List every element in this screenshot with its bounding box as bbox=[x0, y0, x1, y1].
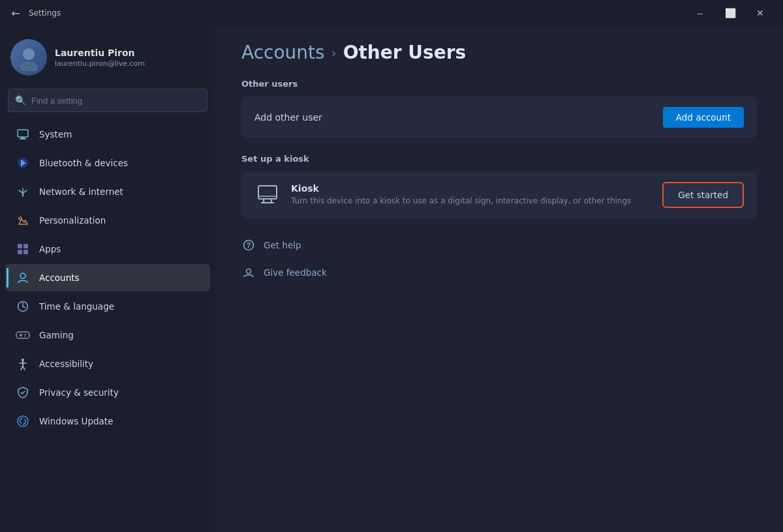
app-body: Laurentiu Piron laurentiu.piron@live.com… bbox=[0, 26, 783, 532]
time-icon bbox=[16, 299, 30, 314]
gaming-icon bbox=[16, 328, 30, 342]
search-input[interactable] bbox=[31, 96, 200, 106]
avatar bbox=[10, 39, 47, 76]
svg-point-20 bbox=[25, 334, 26, 335]
sidebar-item-apps-label: Apps bbox=[39, 244, 61, 254]
help-links: ? Get help Give feedback bbox=[241, 234, 757, 284]
svg-point-21 bbox=[24, 336, 25, 337]
user-info: Laurentiu Piron laurentiu.piron@live.com bbox=[55, 48, 145, 68]
svg-point-0 bbox=[23, 48, 35, 60]
search-container: 🔍 bbox=[0, 86, 215, 120]
breadcrumb-parent[interactable]: Accounts bbox=[241, 42, 325, 63]
breadcrumb-separator: › bbox=[331, 45, 337, 61]
sidebar-item-system[interactable]: System bbox=[5, 121, 210, 148]
svg-text:?: ? bbox=[247, 241, 251, 249]
kiosk-description: Turn this device into a kiosk to use as … bbox=[291, 196, 652, 207]
window-controls: – ⬜ ✕ bbox=[685, 3, 775, 23]
sidebar-item-accessibility[interactable]: Accessibility bbox=[5, 350, 210, 377]
add-user-row: Add other user Add account bbox=[254, 107, 744, 128]
close-button[interactable]: ✕ bbox=[745, 3, 775, 23]
accessibility-icon bbox=[16, 357, 30, 371]
get-started-button[interactable]: Get started bbox=[662, 182, 744, 208]
give-feedback-label: Give feedback bbox=[264, 267, 327, 278]
sidebar-item-system-label: System bbox=[39, 129, 72, 140]
maximize-button[interactable]: ⬜ bbox=[715, 3, 745, 23]
sidebar-item-update-label: Windows Update bbox=[39, 416, 113, 426]
bluetooth-icon bbox=[16, 156, 30, 170]
sidebar-item-gaming[interactable]: Gaming bbox=[5, 321, 210, 349]
breadcrumb-current: Other Users bbox=[343, 42, 467, 63]
sidebar-item-privacy-label: Privacy & security bbox=[39, 387, 119, 398]
personalization-icon bbox=[16, 213, 30, 228]
sidebar-item-accounts[interactable]: Accounts bbox=[5, 264, 210, 291]
titlebar: ← Settings – ⬜ ✕ bbox=[0, 0, 783, 26]
give-feedback-icon bbox=[241, 265, 256, 280]
sidebar-item-personalization[interactable]: Personalization bbox=[5, 207, 210, 234]
user-name: Laurentiu Piron bbox=[55, 48, 145, 58]
sidebar-item-accounts-label: Accounts bbox=[39, 273, 80, 283]
accounts-icon bbox=[16, 271, 30, 285]
svg-point-13 bbox=[20, 273, 25, 278]
sidebar-item-time[interactable]: Time & language bbox=[5, 293, 210, 320]
sidebar-item-bluetooth-label: Bluetooth & devices bbox=[39, 158, 128, 168]
add-user-card: Add other user Add account bbox=[241, 96, 757, 138]
sidebar-item-bluetooth[interactable]: Bluetooth & devices bbox=[5, 149, 210, 177]
back-icon[interactable]: ← bbox=[8, 5, 23, 21]
system-icon bbox=[16, 127, 30, 141]
svg-point-7 bbox=[22, 195, 24, 197]
apps-icon bbox=[16, 242, 30, 256]
add-account-button[interactable]: Add account bbox=[663, 107, 744, 128]
svg-rect-12 bbox=[23, 250, 28, 254]
sidebar-item-personalization-label: Personalization bbox=[39, 215, 106, 226]
network-icon bbox=[16, 185, 30, 199]
get-help-link[interactable]: ? Get help bbox=[241, 234, 757, 256]
other-users-section-title: Other users bbox=[241, 79, 757, 89]
minimize-button[interactable]: – bbox=[685, 3, 715, 23]
svg-line-26 bbox=[23, 366, 25, 370]
update-icon bbox=[16, 414, 30, 428]
user-email: laurentiu.piron@live.com bbox=[55, 59, 145, 68]
svg-line-25 bbox=[21, 366, 23, 370]
svg-line-16 bbox=[23, 306, 25, 308]
sidebar-item-network[interactable]: Network & internet bbox=[5, 178, 210, 205]
kiosk-card: Kiosk Turn this device into a kiosk to u… bbox=[241, 171, 757, 218]
svg-rect-2 bbox=[18, 130, 28, 137]
search-box: 🔍 bbox=[8, 89, 207, 112]
svg-rect-17 bbox=[16, 332, 29, 338]
svg-point-1 bbox=[20, 61, 38, 71]
kiosk-icon bbox=[254, 182, 281, 208]
sidebar-item-privacy[interactable]: Privacy & security bbox=[5, 379, 210, 406]
add-user-label: Add other user bbox=[254, 112, 322, 123]
sidebar-item-apps[interactable]: Apps bbox=[5, 235, 210, 263]
kiosk-info: Kiosk Turn this device into a kiosk to u… bbox=[291, 183, 652, 207]
sidebar: Laurentiu Piron laurentiu.piron@live.com… bbox=[0, 26, 215, 532]
search-icon: 🔍 bbox=[15, 95, 26, 106]
svg-rect-10 bbox=[23, 244, 28, 248]
svg-rect-9 bbox=[18, 244, 22, 248]
sidebar-item-network-label: Network & internet bbox=[39, 186, 123, 197]
svg-point-35 bbox=[247, 269, 251, 274]
sidebar-item-accessibility-label: Accessibility bbox=[39, 359, 93, 369]
svg-rect-28 bbox=[258, 186, 277, 199]
svg-rect-11 bbox=[18, 250, 22, 254]
sidebar-item-update[interactable]: Windows Update bbox=[5, 407, 210, 435]
svg-point-8 bbox=[19, 217, 22, 220]
window-title: Settings bbox=[29, 8, 61, 18]
get-help-label: Get help bbox=[264, 240, 301, 250]
settings-window: ← Settings – ⬜ ✕ Laurentiu Piron bbox=[0, 0, 783, 532]
svg-point-27 bbox=[18, 416, 28, 426]
sidebar-item-gaming-label: Gaming bbox=[39, 330, 74, 340]
user-profile[interactable]: Laurentiu Piron laurentiu.piron@live.com bbox=[0, 26, 215, 86]
breadcrumb: Accounts › Other Users bbox=[241, 42, 757, 63]
kiosk-title: Kiosk bbox=[291, 183, 652, 194]
privacy-icon bbox=[16, 385, 30, 400]
give-feedback-link[interactable]: Give feedback bbox=[241, 261, 757, 284]
sidebar-item-time-label: Time & language bbox=[39, 301, 114, 312]
kiosk-section-title: Set up a kiosk bbox=[241, 154, 757, 164]
get-help-icon: ? bbox=[241, 238, 256, 252]
main-content: Accounts › Other Users Other users Add o… bbox=[215, 26, 783, 532]
